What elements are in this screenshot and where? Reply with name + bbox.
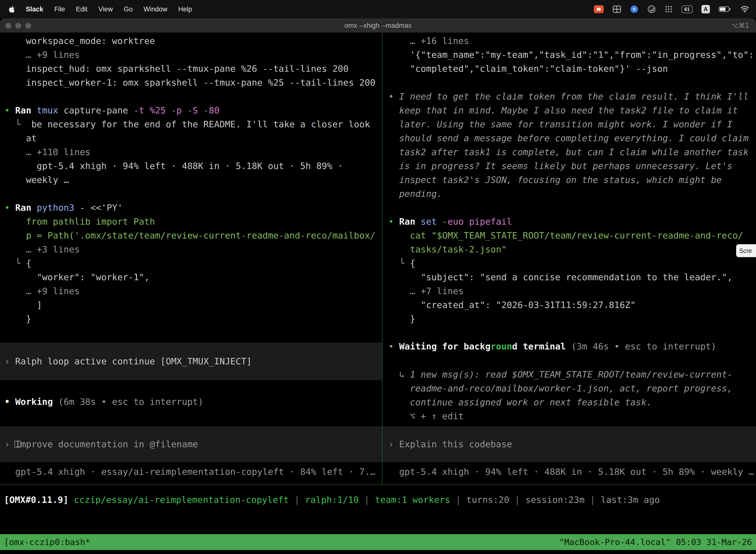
screen-notification[interactable]: Scre [736, 244, 756, 257]
text-segment: … +9 lines [4, 286, 80, 296]
text-segment: gpt-5.4 xhigh · 94% left · 488K in · 5.1… [4, 161, 343, 171]
text-segment: (6m 38s • esc to interrupt) [53, 397, 203, 407]
text-segment: (3m 46s • esc to interrupt) [566, 341, 716, 351]
terminal-line: … +7 lines [382, 284, 756, 298]
text-segment: "worker": "worker-1", [4, 272, 149, 282]
text-segment: ⌥ + ↑ edit [388, 411, 463, 421]
terminal-line: weekly … [0, 173, 382, 187]
text-segment: '{"team_name":"my-team","task_id":"1","f… [388, 50, 754, 60]
terminal-line: inspect task2's JSON, focusing on the st… [382, 173, 756, 187]
horizontal-pane-divider [0, 484, 756, 485]
spacer [382, 353, 756, 368]
menu-item-view[interactable]: View [99, 5, 113, 13]
text-segment: inspect task2's JSON, focusing on the st… [388, 175, 722, 185]
spacer [382, 462, 756, 465]
text-segment: inspect_worker-1: omx sparkshell --tmux-… [4, 77, 376, 88]
text-cursor: I [15, 439, 20, 449]
text-segment: tasks/task-2.json" [388, 244, 507, 255]
text-segment: | [450, 495, 466, 505]
tmux-pane-left[interactable]: workspace_mode: worktree … +9 lines insp… [0, 33, 382, 484]
text-segment: readme-and-reco/mailbox/worker-1.json, a… [388, 383, 733, 393]
text-segment: | [289, 495, 305, 505]
text-segment: } [388, 314, 415, 324]
terminal-line: ] [0, 298, 382, 312]
terminal-line: "worker": "worker-1", [0, 270, 382, 284]
tmux-session-window-label[interactable]: [omx-cczip0:bash* [4, 537, 90, 547]
battery-icon[interactable] [719, 6, 731, 12]
band-line: › Ralph loop active continue [OMX_TMUX_I… [0, 354, 252, 368]
menu-item-help[interactable]: Help [178, 5, 192, 13]
text-segment: "created_at": "2026-03-31T11:59:27.816Z" [388, 300, 636, 310]
terminal-line [382, 76, 756, 90]
terminal-line: inspect_worker-1: omx sparkshell --tmux-… [0, 76, 382, 90]
terminal-line: tasks/task-2.json" [382, 242, 756, 257]
screen-recording-indicator-icon[interactable] [594, 5, 604, 13]
terminal-line: workspace_mode: worktree [0, 34, 382, 48]
text-segment: ] [4, 300, 42, 310]
apple-menu-icon[interactable] [8, 5, 15, 13]
grid-glyph [613, 5, 621, 13]
spacer [0, 462, 382, 465]
terminal-line: • I need to get the claim token from the… [382, 90, 756, 104]
blue-app-icon[interactable] [630, 5, 638, 13]
text-segment: continue assigned work or next feasible … [388, 397, 652, 407]
text-segment: └ [4, 119, 31, 129]
text-segment: 1 new msg(s): read $OMX_TEAM_STATE_ROOT/… [410, 369, 733, 380]
text-segment: last:3m ago [601, 495, 660, 505]
terminal-line: continue assigned work or next feasible … [382, 395, 756, 409]
text-segment: "completed","claim_token":"claim-token"}… [388, 63, 668, 74]
apple-logo-glyph [8, 5, 15, 13]
text-segment: cat "$OMX_TEAM_STATE_ROOT/team/review-cu… [388, 230, 743, 240]
text-segment: from pathlib import Path [4, 216, 155, 227]
text-segment: ↳ [388, 369, 410, 380]
terminal-line: later. Using the same for transition mig… [382, 117, 756, 131]
terminal-line: from pathlib import Path [0, 215, 382, 229]
prompt-input-left[interactable]: › Improve documentation in @filename [0, 427, 382, 462]
window-title: omx --xhigh --madmax [0, 18, 756, 33]
menu-item-edit[interactable]: Edit [76, 5, 87, 13]
terminal-line: task2 after task1 is complete, but can I… [382, 145, 756, 159]
menu-item-go[interactable]: Go [124, 5, 133, 13]
prompt-input-right[interactable]: › Explain this codebase [382, 427, 756, 462]
menu-item-file[interactable]: File [54, 5, 65, 13]
text-segment: • Working [4, 397, 53, 407]
dots-glyph [665, 5, 673, 13]
text-segment: at [4, 133, 37, 143]
text-segment: { [410, 258, 416, 268]
text-segment: Ran [15, 105, 37, 115]
text-segment: | [359, 495, 375, 505]
text-segment: cczip/essay/ai-reimplementation-copyleft [74, 495, 289, 505]
battery-glyph [719, 6, 731, 12]
terminal-line: readme-and-reco/mailbox/worker-1.json, a… [382, 382, 756, 395]
band-line: › Explain this codebase [382, 437, 512, 451]
text-segment: └ [4, 258, 26, 268]
menu-item-window[interactable]: Window [144, 5, 168, 13]
grid-app-icon[interactable] [613, 5, 621, 13]
omx-status-line: [OMX#0.11.9] cczip/essay/ai-reimplementa… [0, 493, 756, 507]
terminal-line: gpt-5.4 xhigh · 94% left · 488K in · 5.1… [382, 465, 756, 479]
tmux-host-time-label: "MacBook-Pro-44.local" 05:03 31-Mar-26 [559, 537, 752, 547]
tmux-pane-right[interactable]: … +16 lines '{"team_name":"my-team","tas… [382, 33, 756, 484]
spacer [382, 326, 756, 340]
terminal-line: } [0, 312, 382, 326]
text-segment: keep that in mind. Maybe I also need the… [388, 105, 738, 115]
status-badge-61[interactable]: 61 [682, 5, 693, 13]
input-source-icon[interactable]: A [701, 5, 710, 13]
dots-grid-icon[interactable] [665, 5, 673, 13]
text-segment: [OMX#0.11.9] [4, 495, 74, 505]
terminal-line: '{"team_name":"my-team","task_id":"1","f… [382, 48, 756, 62]
terminal-line: … +110 lines [0, 145, 382, 159]
ralph-loop-banner[interactable]: › Ralph loop active continue [OMX_TMUX_I… [0, 342, 382, 380]
text-segment: inspect_hud: omx sparkshell --tmux-pane … [4, 63, 349, 74]
recording-inner-glyph [597, 8, 601, 11]
text-segment: tmux [37, 105, 58, 115]
terminal-line: at [0, 131, 382, 145]
window-titlebar[interactable]: omx --xhigh --madmax ⌥⌘1 [0, 18, 756, 33]
text-segment: roun [491, 341, 512, 351]
text-segment: I need to get the claim token from the c… [399, 91, 749, 102]
dark-app-icon[interactable] [647, 5, 656, 13]
text-segment: p = Path('.omx/state/team/review-current… [4, 230, 376, 240]
menu-item-app-name[interactable]: Slack [26, 5, 44, 13]
wifi-icon[interactable] [740, 6, 750, 13]
text-segment: gpt-5.4 xhigh · 94% left · 488K in · 5.1… [388, 466, 754, 477]
